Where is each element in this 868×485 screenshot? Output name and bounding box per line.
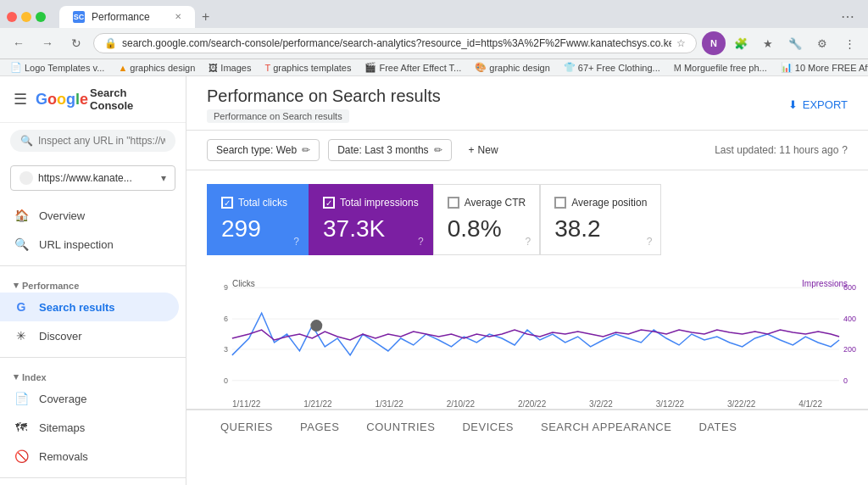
- extension-icon-2[interactable]: ★: [756, 31, 780, 55]
- metric-card-position[interactable]: Average position 38.2 ?: [540, 184, 661, 255]
- address-input[interactable]: [122, 37, 671, 49]
- bookmark-label: Free After Effect T...: [379, 63, 461, 73]
- main-header: Performance on Search results Performanc…: [186, 76, 868, 131]
- bookmark-graphic-design2[interactable]: 🎨 graphic design: [471, 61, 554, 74]
- app-name-label: Search Console: [90, 86, 172, 112]
- bookmark-icon-cl: 👕: [564, 62, 576, 73]
- impressions-line: [232, 330, 839, 340]
- metric-label-position: Average position: [554, 197, 647, 209]
- reload-button[interactable]: ↻: [64, 31, 88, 55]
- filters-row: Search type: Web ✏ Date: Last 3 months ✏…: [186, 131, 868, 170]
- help-icon-clicks[interactable]: ?: [293, 236, 299, 248]
- google-g-icon: G: [14, 299, 29, 315]
- sidebar-item-label: Discover: [39, 330, 82, 343]
- maximize-dot[interactable]: [36, 12, 46, 22]
- svg-text:0: 0: [224, 376, 228, 385]
- tab-devices[interactable]: DEVICES: [448, 410, 527, 445]
- forward-button[interactable]: →: [36, 31, 59, 55]
- profile-icon[interactable]: N: [702, 31, 726, 55]
- bookmark-logo-templates[interactable]: 📄 Logo Templates v...: [7, 61, 108, 74]
- site-selector[interactable]: https://www.kanate... ▾: [10, 165, 175, 191]
- metric-card-clicks[interactable]: Total clicks 299 ?: [207, 184, 309, 255]
- bookmark-icon-logo: 📄: [10, 62, 22, 73]
- bookmark-graphics-design[interactable]: ▲ graphics design: [114, 62, 198, 74]
- hamburger-menu-icon[interactable]: ☰: [14, 90, 27, 109]
- close-dot[interactable]: [7, 12, 17, 22]
- sidebar-performance-section: ▾ Performance G Search results ✳ Discove…: [0, 270, 186, 354]
- export-label: EXPORT: [803, 98, 848, 111]
- tab-queries[interactable]: QUERIES: [207, 410, 287, 445]
- tab-close-icon[interactable]: ✕: [175, 12, 181, 21]
- sidebar-divider-3: [0, 477, 186, 478]
- bookmarks-bar: 📄 Logo Templates v... ▲ graphics design …: [0, 59, 868, 76]
- edit-icon: ✏: [302, 144, 310, 156]
- x-label-6: 3/2/22: [589, 399, 613, 409]
- tab-search-appearance[interactable]: SEARCH APPEARANCE: [527, 410, 685, 445]
- bookmark-morguefile[interactable]: M Morguefile free ph...: [670, 62, 771, 74]
- tab-dates[interactable]: DATES: [685, 410, 750, 445]
- page-subtitle: Performance on Search results: [207, 109, 349, 123]
- home-icon: 🏠: [14, 208, 29, 223]
- metric-card-impressions[interactable]: Total impressions 37.3K ?: [309, 184, 433, 255]
- tab-pages[interactable]: PAGES: [287, 410, 353, 445]
- bookmark-label: 10 More FREE Aft...: [795, 63, 868, 73]
- window-controls[interactable]: ⋯: [834, 5, 861, 28]
- add-new-label: New: [478, 144, 498, 156]
- sidebar-item-overview[interactable]: 🏠 Overview: [0, 201, 179, 230]
- metric-checkbox-clicks: [221, 197, 233, 209]
- extension-icon-4[interactable]: ⚙: [810, 31, 834, 55]
- bookmark-images[interactable]: 🖼 Images: [205, 62, 254, 74]
- sidebar-section-index[interactable]: ▾ Index: [0, 365, 186, 384]
- metric-name: Average position: [571, 197, 647, 209]
- sidebar-section-performance[interactable]: ▾ Performance: [0, 273, 186, 293]
- add-new-filter-button[interactable]: + New: [460, 140, 507, 160]
- bookmark-graphics-templates[interactable]: T graphics templates: [261, 62, 354, 74]
- bookmark-more-free[interactable]: 📊 10 More FREE Aft...: [777, 61, 868, 74]
- sidebar-item-url-inspection[interactable]: 🔍 URL inspection: [0, 230, 179, 259]
- sidebar-header: ☰ G o o g l e Search Console: [0, 76, 186, 123]
- search-box[interactable]: 🔍: [10, 130, 175, 152]
- filter-label: Search type: Web: [216, 144, 297, 156]
- tab-countries[interactable]: COUNTRIES: [353, 410, 448, 445]
- chart-y-left-label: Clicks: [232, 279, 255, 288]
- export-button[interactable]: ⬇ EXPORT: [788, 98, 848, 111]
- help-icon-position[interactable]: ?: [647, 236, 653, 248]
- svg-text:6: 6: [224, 315, 228, 323]
- sidebar-item-coverage[interactable]: 📄 Coverage: [0, 384, 179, 413]
- sidebar-item-sitemaps[interactable]: 🗺 Sitemaps: [0, 413, 179, 442]
- minimize-dot[interactable]: [21, 12, 31, 22]
- active-tab[interactable]: SC Performance ✕: [59, 6, 195, 28]
- chevron-down-icon: ▾: [14, 280, 19, 291]
- bookmark-icon-graphics: ▲: [118, 63, 127, 73]
- filter-label: Date: Last 3 months: [337, 144, 428, 156]
- sidebar-experience-section: ▾ Experience ⚙ Page Experience ⚡ Core We…: [0, 482, 186, 485]
- bookmark-icon-gt: T: [264, 63, 270, 73]
- help-icon[interactable]: ?: [842, 144, 848, 156]
- bookmark-clothing[interactable]: 👕 67+ Free Clothing...: [560, 61, 664, 74]
- chevron-down-icon: ▾: [14, 371, 19, 382]
- new-tab-button[interactable]: +: [195, 6, 216, 28]
- extension-icon-3[interactable]: 🔧: [783, 31, 807, 55]
- bookmark-icon-mf: M: [674, 63, 682, 73]
- search-icon: 🔍: [14, 237, 29, 252]
- search-type-filter[interactable]: Search type: Web ✏: [207, 139, 320, 161]
- bookmark-label: 67+ Free Clothing...: [578, 63, 660, 73]
- search-icon: 🔍: [20, 135, 33, 147]
- metric-card-ctr[interactable]: Average CTR 0.8% ?: [433, 184, 540, 255]
- sidebar-item-discover[interactable]: ✳ Discover: [0, 321, 179, 350]
- more-options-button[interactable]: ⋮: [837, 31, 861, 55]
- address-bar[interactable]: 🔒 ☆: [93, 33, 697, 53]
- sidebar-item-removals[interactable]: 🚫 Removals: [0, 442, 179, 471]
- metric-name: Average CTR: [465, 197, 526, 209]
- x-label-4: 2/10/22: [447, 399, 475, 409]
- help-icon-ctr[interactable]: ?: [526, 236, 531, 248]
- bookmark-icon[interactable]: ☆: [676, 37, 686, 49]
- date-range-filter[interactable]: Date: Last 3 months ✏: [328, 139, 451, 161]
- back-button[interactable]: ←: [7, 31, 31, 55]
- search-input[interactable]: [38, 135, 165, 147]
- sidebar-item-search-results[interactable]: G Search results: [0, 293, 179, 321]
- bookmark-free-after-effect[interactable]: 🎬 Free After Effect T...: [361, 61, 465, 74]
- help-icon-impressions[interactable]: ?: [418, 236, 424, 248]
- extension-icon-1[interactable]: 🧩: [729, 31, 753, 55]
- bookmark-label: Morguefile free ph...: [684, 63, 767, 73]
